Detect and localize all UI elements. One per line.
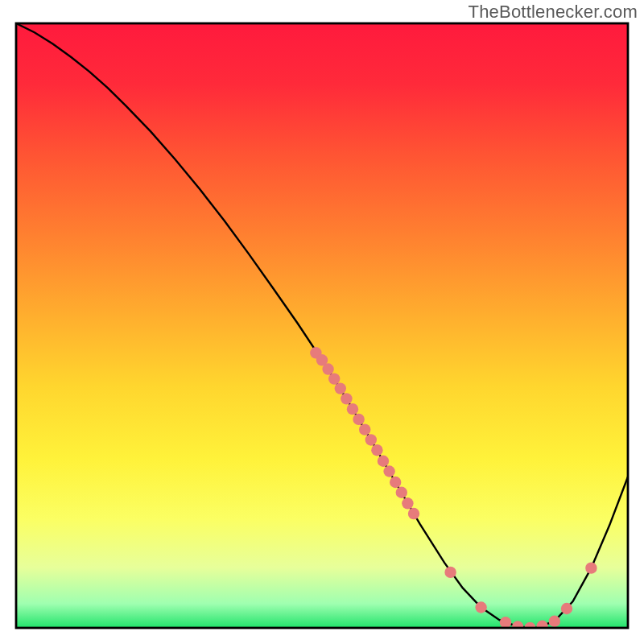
data-point: [408, 508, 419, 519]
data-point: [500, 617, 511, 628]
data-point: [335, 382, 346, 394]
data-point: [371, 444, 382, 456]
data-point: [536, 621, 547, 632]
data-point: [378, 456, 389, 467]
chart-container: TheBottlenecker.com: [0, 0, 644, 644]
data-point: [396, 487, 407, 498]
watermark-text: TheBottlenecker.com: [469, 2, 638, 23]
data-point: [512, 621, 523, 632]
data-point: [359, 423, 370, 435]
plot-background: [16, 23, 628, 628]
data-point: [322, 363, 333, 374]
data-point: [347, 403, 358, 415]
data-point: [475, 601, 486, 613]
chart-svg: [0, 0, 644, 644]
data-point: [561, 603, 572, 614]
data-point: [585, 562, 597, 573]
data-point: [328, 373, 340, 384]
data-point: [402, 497, 413, 509]
data-point: [365, 434, 377, 445]
data-point: [390, 477, 401, 488]
data-point: [549, 616, 560, 627]
data-point: [341, 393, 352, 404]
data-point: [444, 567, 456, 578]
data-point: [383, 465, 394, 477]
data-point: [353, 414, 364, 425]
